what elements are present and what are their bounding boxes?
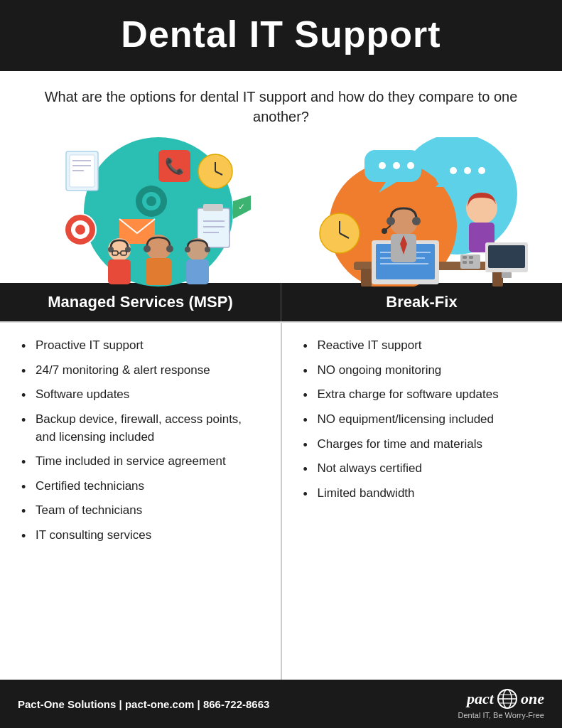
breakfix-header-label: Break-Fix <box>386 293 457 311</box>
breakfix-column-header: Break-Fix <box>281 283 562 321</box>
list-item: Reactive IT support <box>303 337 545 355</box>
list-item: IT consulting services <box>21 527 263 545</box>
page-title: Dental IT Support <box>14 13 548 55</box>
svg-point-66 <box>387 217 395 225</box>
msp-header-label: Managed Services (MSP) <box>48 293 232 311</box>
comparison-section: Proactive IT support 24/7 monitoring & a… <box>0 321 562 680</box>
list-item: Not always certified <box>303 460 545 478</box>
svg-point-67 <box>412 217 421 225</box>
subtitle-text: What are the options for dental IT suppo… <box>28 87 534 127</box>
logo-text: pact one <box>467 688 544 710</box>
svg-point-34 <box>144 245 151 252</box>
list-item: Limited bandwidth <box>303 485 545 503</box>
msp-illustration: 📞 ✓ <box>27 141 269 283</box>
list-item: Time included in service agreement <box>21 453 263 471</box>
svg-point-38 <box>185 247 190 252</box>
illustrations-row: 📞 ✓ <box>0 134 562 283</box>
svg-rect-74 <box>502 272 512 278</box>
logo-suffix: one <box>521 690 544 708</box>
page-footer: Pact-One Solutions | pact-one.com | 866-… <box>0 680 562 728</box>
svg-point-51 <box>478 167 485 174</box>
svg-point-69 <box>382 228 387 234</box>
page-header: Dental IT Support <box>0 0 562 71</box>
svg-rect-18 <box>203 204 223 211</box>
svg-point-24 <box>75 225 85 235</box>
breakfix-illustration <box>293 141 535 283</box>
footer-logo: pact one Dental IT, Be Worry-Free <box>458 688 544 719</box>
footer-contact-text: Pact-One Solutions | pact-one.com | 866-… <box>18 698 269 710</box>
svg-point-15 <box>146 196 156 206</box>
breakfix-list: Reactive IT support NO ongoing monitorin… <box>303 337 545 502</box>
msp-column-header: Managed Services (MSP) <box>0 283 281 321</box>
list-item: NO ongoing monitoring <box>303 362 545 380</box>
breakfix-column: Reactive IT support NO ongoing monitorin… <box>282 323 563 680</box>
list-item: 24/7 monitoring & alert response <box>21 362 263 380</box>
svg-point-39 <box>205 247 210 252</box>
svg-point-35 <box>166 245 173 252</box>
list-item: Software updates <box>21 386 263 404</box>
svg-rect-79 <box>469 261 473 264</box>
footer-contact: Pact-One Solutions | pact-one.com | 866-… <box>18 698 269 710</box>
logo-globe-icon <box>497 688 518 710</box>
svg-rect-33 <box>146 258 171 285</box>
svg-rect-56 <box>361 269 372 287</box>
subtitle-section: What are the options for dental IT suppo… <box>0 71 562 134</box>
list-item: Backup device, firewall, access points, … <box>21 411 263 446</box>
svg-point-46 <box>407 162 414 169</box>
svg-rect-76 <box>463 256 467 259</box>
svg-rect-73 <box>488 245 525 268</box>
list-item: Extra charge for software updates <box>303 386 545 404</box>
svg-text:✓: ✓ <box>238 202 245 212</box>
msp-list: Proactive IT support 24/7 monitoring & a… <box>21 337 263 545</box>
list-item: Certified technicians <box>21 478 263 496</box>
list-item: Proactive IT support <box>21 337 263 355</box>
svg-point-45 <box>393 162 400 169</box>
svg-text:📞: 📞 <box>164 156 184 176</box>
logo-name: pact <box>467 690 494 708</box>
svg-point-49 <box>450 167 457 174</box>
svg-rect-77 <box>469 256 473 259</box>
svg-rect-37 <box>186 259 209 284</box>
svg-rect-78 <box>463 261 467 264</box>
svg-point-44 <box>379 162 386 169</box>
msp-column: Proactive IT support 24/7 monitoring & a… <box>0 323 282 680</box>
svg-point-50 <box>464 167 471 174</box>
svg-rect-26 <box>108 259 131 284</box>
column-headers: Managed Services (MSP) Break-Fix <box>0 283 562 321</box>
logo-tagline: Dental IT, Be Worry-Free <box>458 711 544 719</box>
list-item: Team of technicians <box>21 502 263 520</box>
list-item: Charges for time and materials <box>303 436 545 454</box>
list-item: NO equipment/licensing included <box>303 411 545 429</box>
